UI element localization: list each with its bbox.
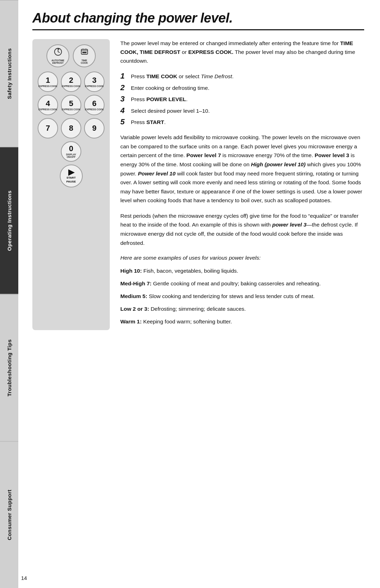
start-pause-row: ▶ STARTPAUSE — [60, 165, 83, 187]
start-pause-button[interactable]: ▶ STARTPAUSE — [60, 165, 83, 187]
key-9-button[interactable]: 9 — [84, 118, 104, 138]
key-8-button[interactable]: 8 — [61, 118, 81, 138]
star-clock-icon — [54, 48, 62, 58]
text-area: The power level may be entered or change… — [120, 39, 364, 330]
keypad-top-row: AUTO/TIMEDEFROST TIMECOOK — [46, 44, 96, 67]
key-1-button[interactable]: 1 EXPRESS COOK — [38, 72, 58, 92]
key-5-button[interactable]: 5 EXPRESS COOK — [61, 95, 81, 115]
power-level-high: High 10: Fish, bacon, vegetables, boilin… — [120, 267, 364, 275]
time-cook-icon — [80, 48, 89, 58]
key-2-button[interactable]: 2 EXPRESS COOK — [61, 72, 81, 92]
sidebar: Safety Instructions Operating Instructio… — [0, 0, 18, 588]
keypad-number-grid: 1 EXPRESS COOK 2 EXPRESS COOK 3 EXPRESS … — [38, 72, 104, 138]
body-paragraph-2: Rest periods (when the microwave energy … — [120, 211, 364, 247]
sidebar-tab-troubleshooting[interactable]: Troubleshooting Tips — [0, 294, 18, 441]
title-divider — [32, 29, 364, 30]
key-6-button[interactable]: 6 EXPRESS COOK — [84, 95, 104, 115]
step-3: 3 Press POWER LEVEL. — [120, 94, 364, 104]
main-content: About changing the power level. AUTO/TIM — [18, 0, 380, 348]
step-1: 1 Press TIME COOK or select Time Defrost… — [120, 72, 364, 81]
step-2: 2 Enter cooking or defrosting time. — [120, 83, 364, 92]
power-level-med-high: Med-High 7: Gentle cooking of meat and p… — [120, 279, 364, 288]
power-level-medium: Medium 5: Slow cooking and tenderizing f… — [120, 292, 364, 301]
svg-rect-7 — [82, 52, 87, 53]
sidebar-tab-consumer[interactable]: Consumer Support — [0, 441, 18, 588]
content-row: AUTO/TIMEDEFROST TIMECOOK — [32, 39, 364, 330]
time-cook-button[interactable]: TIMECOOK — [73, 44, 96, 67]
sidebar-tab-safety[interactable]: Safety Instructions — [0, 0, 18, 147]
key-zero-row: 0 DISPLAY ON/OFF — [61, 141, 81, 162]
examples-header: Here are some examples of uses for vario… — [120, 254, 364, 262]
steps-list: 1 Press TIME COOK or select Time Defrost… — [120, 72, 364, 126]
svg-line-2 — [58, 52, 59, 52]
key-7-button[interactable]: 7 — [38, 118, 58, 138]
page-number: 14 — [21, 575, 27, 581]
power-level-warm: Warm 1: Keeping food warm; softening but… — [120, 317, 364, 326]
sidebar-tab-operating[interactable]: Operating Instructions — [0, 147, 18, 294]
body-paragraph-1: Variable power levels add flexibility to… — [120, 133, 364, 205]
keypad-panel: AUTO/TIMEDEFROST TIMECOOK — [32, 39, 110, 330]
intro-paragraph: The power level may be entered or change… — [120, 39, 364, 65]
power-level-low: Low 2 or 3: Defrosting; simmering; delic… — [120, 305, 364, 313]
start-icon: ▶ — [68, 168, 74, 176]
key-0-button[interactable]: 0 DISPLAY ON/OFF — [61, 141, 81, 162]
auto-time-defrost-label: AUTO/TIMEDEFROST — [51, 59, 64, 64]
auto-time-defrost-button[interactable]: AUTO/TIMEDEFROST — [46, 44, 69, 67]
page-title: About changing the power level. — [32, 11, 364, 26]
key-4-button[interactable]: 4 EXPRESS COOK — [38, 95, 58, 115]
time-cook-label: TIMECOOK — [81, 59, 88, 64]
step-5: 5 Press START. — [120, 117, 364, 126]
key-3-button[interactable]: 3 EXPRESS COOK — [84, 72, 104, 92]
step-4: 4 Select desired power level 1–10. — [120, 106, 364, 115]
